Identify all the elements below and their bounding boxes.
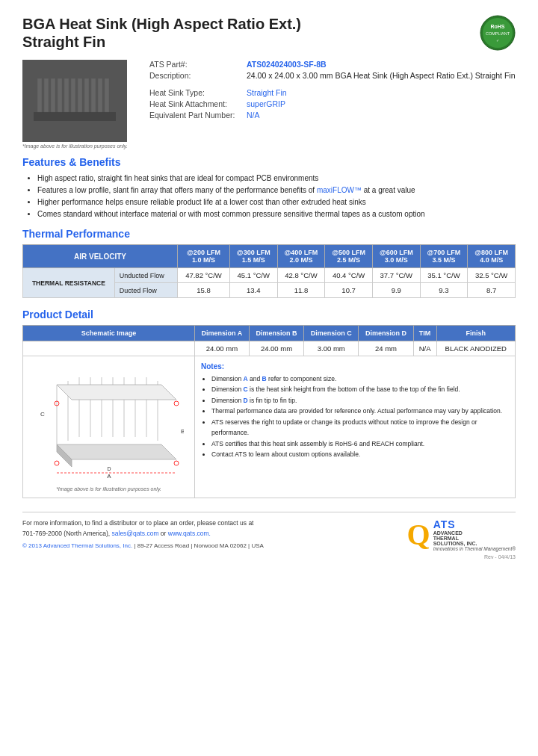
col-300: @300 LFM1.5 M/S — [229, 245, 277, 268]
ducted-200: 15.8 — [178, 283, 230, 298]
schematic-image-cell: A B C D *Image above is for illustration… — [23, 356, 195, 498]
col-200: @200 LFM1.0 M/S — [178, 245, 230, 268]
ducted-400: 11.8 — [277, 283, 325, 298]
footer-copyright: © 2013 Advanced Thermal Solutions, Inc. … — [22, 542, 407, 551]
svg-rect-7 — [44, 78, 49, 112]
unducted-500: 40.4 °C/W — [325, 268, 373, 283]
dim-d-val: 24 mm — [359, 341, 413, 356]
detail-image-note: *Image above is for illustration purpose… — [29, 486, 188, 492]
dim-a-val: 24.00 mm — [195, 341, 250, 356]
page-number: Rev - 04/4/13 — [22, 554, 516, 560]
part-label: ATS Part#: — [149, 60, 247, 69]
finish-val: BLACK ANODIZED — [436, 341, 515, 356]
dim-c-val: 3.00 mm — [304, 341, 359, 356]
col-800: @800 LFM4.0 M/S — [468, 245, 516, 268]
equiv-row: Equivalent Part Number: N/A — [149, 111, 516, 120]
tim-val: N/A — [413, 341, 436, 356]
svg-text:COMPLIANT: COMPLIANT — [486, 31, 510, 36]
product-specs: ATS Part#: ATS024024003-SF-8B Descriptio… — [149, 60, 516, 149]
unducted-800: 32.5 °C/W — [468, 268, 516, 283]
title-line2: Straight Fin — [22, 34, 105, 50]
ducted-300: 13.4 — [229, 283, 277, 298]
col-700: @700 LFM3.5 M/S — [420, 245, 468, 268]
unducted-700: 35.1 °C/W — [420, 268, 468, 283]
dim-b-val: 24.00 mm — [249, 341, 303, 356]
svg-rect-6 — [37, 78, 42, 112]
product-title: BGA Heat Sink (High Aspect Ratio Ext.) S… — [22, 15, 301, 51]
svg-rect-11 — [71, 78, 75, 112]
dim-b-header: Dimension B — [249, 326, 303, 341]
feature-item-1: High aspect ratio, straight fin heat sin… — [37, 173, 516, 185]
attach-label: Heat Sink Attachment: — [149, 99, 247, 108]
image-note: *Image above is for illustration purpose… — [22, 143, 134, 149]
svg-text:A: A — [107, 473, 111, 480]
footer-email[interactable]: sales@qats.com — [112, 530, 159, 537]
ducted-600: 9.9 — [372, 283, 420, 298]
equiv-value: N/A — [247, 111, 260, 120]
schematic-svg: A B C D — [34, 362, 184, 482]
thermal-header: Thermal Performance — [22, 228, 516, 240]
svg-text:RoHS: RoHS — [490, 24, 504, 29]
col-500: @500 LFM2.5 M/S — [325, 245, 373, 268]
header: BGA Heat Sink (High Aspect Ratio Ext.) S… — [22, 15, 516, 52]
thermal-table: AIR VELOCITY @200 LFM1.0 M/S @300 LFM1.5… — [22, 244, 516, 298]
unducted-400: 42.8 °C/W — [277, 268, 325, 283]
attach-value: superGRIP — [247, 99, 285, 108]
dim-d-header: Dimension D — [359, 326, 413, 341]
svg-rect-9 — [58, 78, 62, 112]
ats-tagline: Innovations in Thermal Management® — [433, 546, 516, 551]
notes-cell: Notes: Dimension A and B refer to compon… — [195, 356, 516, 498]
ats-full-name: ADVANCEDTHERMALSOLUTIONS, INC. — [433, 530, 516, 546]
note-6: ATS certifies that this heat sink assemb… — [211, 439, 509, 449]
ducted-800: 8.7 — [468, 283, 516, 298]
footer-right: Q ATS ADVANCEDTHERMALSOLUTIONS, INC. Inn… — [407, 518, 516, 551]
svg-rect-12 — [78, 78, 82, 112]
footer-website[interactable]: www.qats.com. — [168, 530, 211, 537]
svg-rect-10 — [64, 78, 69, 112]
finish-header: Finish — [436, 326, 515, 341]
tim-header: TIM — [413, 326, 436, 341]
note-1: Dimension A and B refer to component siz… — [211, 374, 509, 384]
features-header: Features & Benefits — [22, 156, 516, 168]
svg-marker-29 — [57, 385, 176, 400]
feature-item-2: Features a low profile, slant fin array … — [37, 185, 516, 196]
unducted-row: THERMAL RESISTANCE Unducted Flow 47.82 °… — [23, 268, 516, 283]
svg-text:D: D — [107, 466, 111, 471]
rohs-badge: RoHS COMPLIANT ✓ — [480, 15, 516, 52]
type-row: Heat Sink Type: Straight Fin — [149, 88, 516, 97]
equiv-label: Equivalent Part Number: — [149, 111, 247, 120]
svg-rect-5 — [34, 112, 116, 121]
notes-title: Notes: — [201, 362, 509, 371]
ats-logo: Q ATS ADVANCEDTHERMALSOLUTIONS, INC. Inn… — [407, 518, 516, 551]
note-5: ATS reserves the right to update or chan… — [211, 417, 509, 439]
note-7: Contact ATS to learn about custom option… — [211, 449, 509, 459]
svg-point-31 — [55, 461, 59, 465]
unducted-300: 45.1 °C/W — [229, 268, 277, 283]
ducted-label: Ducted Flow — [114, 283, 177, 298]
desc-value: 24.00 x 24.00 x 3.00 mm BGA Heat Sink (H… — [247, 71, 516, 80]
feature-item-3: Higher performance helps ensure reliable… — [37, 196, 516, 208]
part-row: ATS Part#: ATS024024003-SF-8B — [149, 60, 516, 69]
detail-header: Product Detail — [22, 309, 516, 320]
svg-rect-13 — [84, 78, 89, 112]
schematic-cell-placeholder — [23, 341, 195, 356]
footer: For more information, to find a distribu… — [22, 518, 516, 551]
feature-item-4: Comes standard without interface materia… — [37, 208, 516, 220]
note-2: Dimension C is the heat sink height from… — [211, 384, 509, 394]
notes-list: Dimension A and B refer to component siz… — [201, 374, 509, 460]
product-image-box: *Image above is for illustration purpose… — [22, 60, 134, 149]
unducted-label: Unducted Flow — [114, 268, 177, 283]
unducted-200: 47.82 °C/W — [178, 268, 230, 283]
footer-left: For more information, to find a distribu… — [22, 518, 407, 551]
ats-brand-block: ATS ADVANCEDTHERMALSOLUTIONS, INC. Innov… — [433, 518, 516, 551]
air-vel-header: AIR VELOCITY — [23, 245, 178, 268]
features-list: High aspect ratio, straight fin heat sin… — [22, 173, 516, 220]
svg-rect-8 — [51, 78, 55, 112]
svg-text:C: C — [40, 411, 45, 418]
page: BGA Heat Sink (High Aspect Ratio Ext.) S… — [0, 0, 538, 756]
ats-q-icon: Q — [407, 520, 430, 550]
product-info: *Image above is for illustration purpose… — [22, 60, 516, 149]
product-image — [22, 60, 127, 142]
svg-point-34 — [174, 461, 179, 465]
svg-rect-14 — [91, 78, 96, 112]
